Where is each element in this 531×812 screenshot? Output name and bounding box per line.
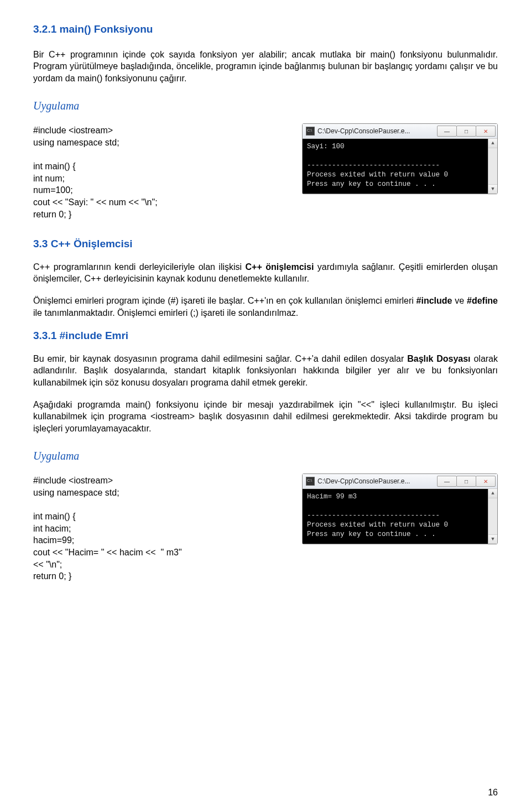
- window-buttons: — □ ✕: [438, 126, 496, 137]
- console-path: C:\Dev-Cpp\ConsolePauser.e...: [317, 127, 410, 136]
- example-2-row: #include <iostream> using namespace std;…: [33, 473, 498, 582]
- scroll-up-icon[interactable]: ▲: [488, 489, 497, 498]
- close-button[interactable]: ✕: [476, 476, 496, 487]
- scroll-down-icon[interactable]: ▼: [488, 534, 497, 544]
- paragraph-onislemci-2: Önişlemci emirleri program içinde (#) iş…: [33, 295, 498, 319]
- heading-3-3-1: 3.3.1 #include Emri: [33, 329, 498, 343]
- minimize-button[interactable]: —: [437, 476, 457, 487]
- bold-include: #include: [417, 296, 452, 305]
- heading-uygulama-2: Uygulama: [33, 449, 498, 464]
- console-output: Sayi: 100 ------------------------------…: [307, 142, 485, 189]
- bold-term: C++ önişlemcisi: [246, 262, 314, 272]
- close-button[interactable]: ✕: [476, 126, 496, 137]
- console-window-1: C:\Dev-Cpp\ConsolePauser.e... — □ ✕ Sayi…: [302, 123, 498, 194]
- paragraph-include-1: Bu emir, bir kaynak dosyasının programa …: [33, 353, 498, 389]
- text: C++ programlarının kendi derleyicileriyl…: [33, 262, 246, 272]
- example-1-row: #include <iostream> using namespace std;…: [33, 123, 498, 220]
- minimize-button[interactable]: —: [437, 126, 457, 137]
- paragraph-onislemci-1: C++ programlarının kendi derleyicileriyl…: [33, 261, 498, 285]
- window-buttons: — □ ✕: [438, 476, 496, 487]
- console-scrollbar[interactable]: ▲ ▼: [488, 489, 497, 543]
- console-title-left: C:\Dev-Cpp\ConsolePauser.e...: [306, 127, 410, 136]
- text: Önişlemci emirleri program içinde (#) iş…: [33, 296, 417, 305]
- text: ile tanımlanmaktadır. Önişlemci emirleri…: [33, 308, 298, 317]
- paragraph-include-2: Aşağıdaki programda main() fonksiyonu iç…: [33, 399, 498, 435]
- console-window-2: C:\Dev-Cpp\ConsolePauser.e... — □ ✕ Haci…: [302, 473, 498, 544]
- console-app-icon: [306, 477, 315, 486]
- console-body: Sayi: 100 ------------------------------…: [303, 139, 497, 193]
- code-block-1: #include <iostream> using namespace std;…: [33, 124, 158, 220]
- maximize-button[interactable]: □: [456, 126, 476, 137]
- text: Bu emir, bir kaynak dosyasının programa …: [33, 354, 407, 363]
- heading-uygulama-1: Uygulama: [33, 98, 498, 113]
- console-path: C:\Dev-Cpp\ConsolePauser.e...: [317, 477, 410, 486]
- bold-baslik-dosyasi: Başlık Dosyası: [407, 354, 470, 363]
- console-body: Hacim= 99 m3 ---------------------------…: [303, 489, 497, 543]
- heading-3-3: 3.3 C++ Önişlemcisi: [33, 237, 498, 251]
- scroll-up-icon[interactable]: ▲: [488, 139, 497, 148]
- console-titlebar: C:\Dev-Cpp\ConsolePauser.e... — □ ✕: [303, 474, 497, 489]
- console-app-icon: [306, 127, 315, 136]
- console-scrollbar[interactable]: ▲ ▼: [488, 139, 497, 193]
- paragraph-main-fonksiyonu: Bir C++ programının içinde çok sayıda fo…: [33, 49, 498, 85]
- console-title-left: C:\Dev-Cpp\ConsolePauser.e...: [306, 477, 410, 486]
- scroll-down-icon[interactable]: ▼: [488, 184, 497, 194]
- console-titlebar: C:\Dev-Cpp\ConsolePauser.e... — □ ✕: [303, 124, 497, 139]
- text: ve: [452, 296, 467, 305]
- bold-define: #define: [467, 296, 498, 305]
- maximize-button[interactable]: □: [456, 476, 476, 487]
- console-output: Hacim= 99 m3 ---------------------------…: [307, 492, 485, 539]
- code-block-2: #include <iostream> using namespace std;…: [33, 475, 182, 582]
- heading-3-2-1: 3.2.1 main() Fonksiyonu: [33, 22, 498, 37]
